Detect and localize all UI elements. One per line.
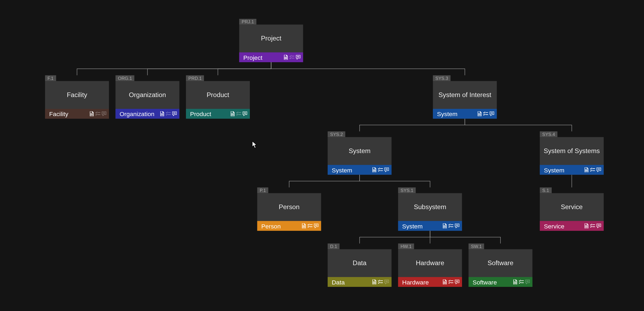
document-icon [372, 167, 377, 172]
edge [289, 175, 360, 187]
node-type-footer: Data [328, 277, 391, 287]
node-data[interactable]: D.1 Data Data [328, 249, 391, 287]
node-type-label: System [544, 166, 581, 173]
comment-icon [102, 111, 107, 116]
node-title: System of Interest [433, 81, 497, 109]
document-icon [372, 279, 377, 284]
node-product[interactable]: PRD.1 Product Product [186, 81, 250, 119]
node-subsystem[interactable]: SYS.1 Subsystem System [398, 193, 462, 231]
node-type-label: System [437, 110, 475, 117]
comment-icon [596, 223, 601, 228]
node-type-footer: System [540, 165, 604, 175]
document-icon [89, 111, 94, 116]
checklist-icon [590, 223, 595, 228]
node-type-label: Organization [120, 110, 157, 117]
checklist-icon [519, 279, 524, 284]
node-id-tag: PRD.1 [186, 75, 204, 81]
node-hardware[interactable]: HW.1 Hardware Hardware [398, 249, 462, 287]
node-id-tag: ORG.1 [115, 75, 134, 81]
comment-icon [384, 279, 389, 284]
node-footer-icons [477, 111, 494, 116]
checklist-icon [308, 223, 312, 228]
edge [77, 62, 271, 75]
node-software[interactable]: SW.1 Software Software [469, 249, 532, 287]
node-type-label: Project [243, 54, 281, 61]
node-title: Product [186, 81, 250, 109]
comment-icon [489, 111, 494, 116]
node-title: Project [239, 25, 303, 53]
checklist-icon [290, 55, 294, 60]
node-footer-icons [301, 223, 319, 228]
checklist-icon [448, 223, 453, 228]
checklist-icon [378, 167, 383, 172]
node-project[interactable]: PRJ.1 Project Project [239, 25, 303, 62]
node-footer-icons [160, 111, 177, 116]
node-id-tag: SYS.2 [328, 131, 345, 137]
node-system[interactable]: SYS.2 System System [328, 137, 391, 175]
checklist-icon [590, 167, 595, 172]
node-footer-icons [89, 111, 107, 116]
checklist-icon [166, 111, 171, 116]
node-service[interactable]: S.1 Service Service [540, 193, 604, 231]
comment-icon [384, 167, 389, 172]
node-id-tag: SYS.1 [398, 187, 416, 193]
node-type-footer: System [328, 165, 391, 175]
edge [360, 175, 430, 187]
document-icon [283, 55, 288, 60]
node-person[interactable]: P.1 Person Person [257, 193, 321, 231]
node-footer-icons [584, 223, 601, 228]
comment-icon [455, 223, 459, 228]
document-icon [301, 223, 306, 228]
comment-icon [525, 279, 530, 284]
node-footer-icons [442, 223, 459, 228]
edge [218, 62, 271, 75]
diagram-canvas[interactable]: PRJ.1 Project Project F.1 Facility Facil… [0, 0, 631, 311]
node-title: Facility [45, 81, 109, 109]
node-type-footer: Person [257, 221, 321, 231]
node-id-tag: SYS.4 [540, 131, 558, 137]
node-id-tag: D.1 [328, 243, 339, 249]
node-system-of-systems[interactable]: SYS.4 System of Systems System [540, 137, 604, 175]
node-id-tag: PRJ.1 [239, 19, 256, 24]
edge [147, 62, 271, 75]
comment-icon [455, 279, 459, 284]
node-title: System of Systems [540, 137, 604, 165]
node-facility[interactable]: F.1 Facility Facility [45, 81, 109, 119]
node-type-label: Person [261, 223, 299, 229]
comment-icon [296, 55, 301, 60]
document-icon [442, 279, 447, 284]
node-type-footer: Hardware [398, 277, 462, 287]
edge [465, 119, 572, 131]
node-title: Hardware [398, 249, 462, 277]
node-system-of-interest[interactable]: SYS.3 System of Interest System [433, 81, 497, 119]
document-icon [442, 223, 447, 228]
node-type-label: Hardware [402, 279, 440, 286]
edge [360, 119, 465, 131]
node-type-label: Data [332, 279, 369, 286]
node-type-label: Product [190, 110, 228, 117]
node-title: Data [328, 249, 391, 277]
checklist-icon [483, 111, 488, 116]
node-id-tag: P.1 [257, 187, 268, 193]
node-footer-icons [372, 279, 389, 284]
node-id-tag: F.1 [45, 75, 56, 81]
comment-icon [314, 223, 319, 228]
node-title: Organization [115, 81, 179, 109]
edge [360, 231, 430, 243]
node-id-tag: SW.1 [469, 243, 484, 249]
node-type-label: System [332, 166, 369, 173]
edge [430, 231, 501, 243]
node-footer-icons [230, 111, 247, 116]
node-organization[interactable]: ORG.1 Organization Organization [115, 81, 179, 119]
node-type-footer: Facility [45, 109, 109, 119]
comment-icon [172, 111, 177, 116]
node-type-footer: Project [239, 52, 303, 62]
mouse-cursor-icon [252, 141, 258, 149]
node-id-tag: HW.1 [398, 243, 414, 249]
node-type-footer: Organization [115, 109, 179, 119]
node-title: Software [469, 249, 532, 277]
node-footer-icons [442, 279, 459, 284]
checklist-icon [448, 279, 453, 284]
comment-icon [243, 111, 247, 116]
checklist-icon [378, 279, 383, 284]
